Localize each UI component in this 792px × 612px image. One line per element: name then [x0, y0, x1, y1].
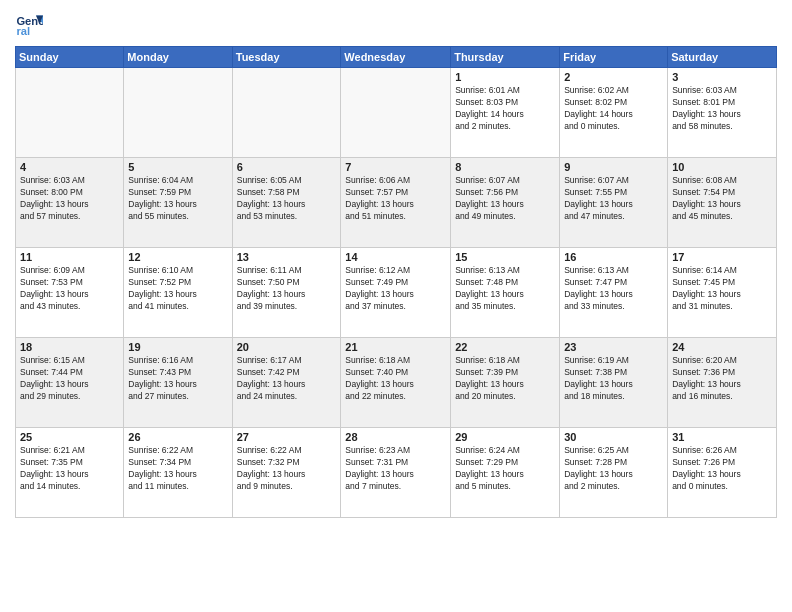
col-tuesday: Tuesday [232, 47, 341, 68]
logo-icon: Gene ral [15, 10, 43, 38]
day-number: 20 [237, 341, 337, 353]
calendar-cell: 25Sunrise: 6:21 AM Sunset: 7:35 PM Dayli… [16, 428, 124, 518]
day-info: Sunrise: 6:26 AM Sunset: 7:26 PM Dayligh… [672, 445, 772, 493]
day-number: 1 [455, 71, 555, 83]
day-info: Sunrise: 6:09 AM Sunset: 7:53 PM Dayligh… [20, 265, 119, 313]
calendar-cell: 1Sunrise: 6:01 AM Sunset: 8:03 PM Daylig… [451, 68, 560, 158]
day-number: 11 [20, 251, 119, 263]
calendar-cell: 19Sunrise: 6:16 AM Sunset: 7:43 PM Dayli… [124, 338, 232, 428]
calendar-row-4: 18Sunrise: 6:15 AM Sunset: 7:44 PM Dayli… [16, 338, 777, 428]
col-monday: Monday [124, 47, 232, 68]
calendar-cell: 30Sunrise: 6:25 AM Sunset: 7:28 PM Dayli… [560, 428, 668, 518]
day-info: Sunrise: 6:22 AM Sunset: 7:34 PM Dayligh… [128, 445, 227, 493]
day-number: 30 [564, 431, 663, 443]
calendar-cell: 10Sunrise: 6:08 AM Sunset: 7:54 PM Dayli… [668, 158, 777, 248]
day-number: 13 [237, 251, 337, 263]
calendar-row-1: 1Sunrise: 6:01 AM Sunset: 8:03 PM Daylig… [16, 68, 777, 158]
day-info: Sunrise: 6:21 AM Sunset: 7:35 PM Dayligh… [20, 445, 119, 493]
calendar-cell: 13Sunrise: 6:11 AM Sunset: 7:50 PM Dayli… [232, 248, 341, 338]
weekday-header-row: Sunday Monday Tuesday Wednesday Thursday… [16, 47, 777, 68]
day-info: Sunrise: 6:06 AM Sunset: 7:57 PM Dayligh… [345, 175, 446, 223]
day-info: Sunrise: 6:13 AM Sunset: 7:48 PM Dayligh… [455, 265, 555, 313]
calendar-cell: 23Sunrise: 6:19 AM Sunset: 7:38 PM Dayli… [560, 338, 668, 428]
day-number: 6 [237, 161, 337, 173]
calendar-cell: 6Sunrise: 6:05 AM Sunset: 7:58 PM Daylig… [232, 158, 341, 248]
day-info: Sunrise: 6:03 AM Sunset: 8:01 PM Dayligh… [672, 85, 772, 133]
logo: Gene ral [15, 10, 45, 38]
day-number: 22 [455, 341, 555, 353]
calendar-cell: 11Sunrise: 6:09 AM Sunset: 7:53 PM Dayli… [16, 248, 124, 338]
day-number: 31 [672, 431, 772, 443]
calendar-cell: 27Sunrise: 6:22 AM Sunset: 7:32 PM Dayli… [232, 428, 341, 518]
day-info: Sunrise: 6:03 AM Sunset: 8:00 PM Dayligh… [20, 175, 119, 223]
day-number: 27 [237, 431, 337, 443]
calendar-cell: 9Sunrise: 6:07 AM Sunset: 7:55 PM Daylig… [560, 158, 668, 248]
day-number: 23 [564, 341, 663, 353]
day-info: Sunrise: 6:18 AM Sunset: 7:40 PM Dayligh… [345, 355, 446, 403]
day-info: Sunrise: 6:14 AM Sunset: 7:45 PM Dayligh… [672, 265, 772, 313]
calendar-cell [341, 68, 451, 158]
calendar-cell [124, 68, 232, 158]
calendar-cell: 31Sunrise: 6:26 AM Sunset: 7:26 PM Dayli… [668, 428, 777, 518]
calendar-row-3: 11Sunrise: 6:09 AM Sunset: 7:53 PM Dayli… [16, 248, 777, 338]
calendar-cell: 22Sunrise: 6:18 AM Sunset: 7:39 PM Dayli… [451, 338, 560, 428]
day-info: Sunrise: 6:04 AM Sunset: 7:59 PM Dayligh… [128, 175, 227, 223]
day-number: 26 [128, 431, 227, 443]
day-info: Sunrise: 6:16 AM Sunset: 7:43 PM Dayligh… [128, 355, 227, 403]
day-number: 7 [345, 161, 446, 173]
col-sunday: Sunday [16, 47, 124, 68]
day-number: 2 [564, 71, 663, 83]
col-friday: Friday [560, 47, 668, 68]
calendar-cell: 4Sunrise: 6:03 AM Sunset: 8:00 PM Daylig… [16, 158, 124, 248]
calendar-cell: 17Sunrise: 6:14 AM Sunset: 7:45 PM Dayli… [668, 248, 777, 338]
calendar-cell: 16Sunrise: 6:13 AM Sunset: 7:47 PM Dayli… [560, 248, 668, 338]
day-number: 8 [455, 161, 555, 173]
day-info: Sunrise: 6:05 AM Sunset: 7:58 PM Dayligh… [237, 175, 337, 223]
day-number: 4 [20, 161, 119, 173]
day-info: Sunrise: 6:15 AM Sunset: 7:44 PM Dayligh… [20, 355, 119, 403]
calendar-row-5: 25Sunrise: 6:21 AM Sunset: 7:35 PM Dayli… [16, 428, 777, 518]
day-number: 17 [672, 251, 772, 263]
day-number: 21 [345, 341, 446, 353]
day-number: 25 [20, 431, 119, 443]
calendar-cell [232, 68, 341, 158]
day-number: 18 [20, 341, 119, 353]
day-info: Sunrise: 6:07 AM Sunset: 7:56 PM Dayligh… [455, 175, 555, 223]
day-number: 10 [672, 161, 772, 173]
calendar-cell: 12Sunrise: 6:10 AM Sunset: 7:52 PM Dayli… [124, 248, 232, 338]
day-info: Sunrise: 6:20 AM Sunset: 7:36 PM Dayligh… [672, 355, 772, 403]
calendar-cell: 8Sunrise: 6:07 AM Sunset: 7:56 PM Daylig… [451, 158, 560, 248]
calendar-cell: 14Sunrise: 6:12 AM Sunset: 7:49 PM Dayli… [341, 248, 451, 338]
day-info: Sunrise: 6:24 AM Sunset: 7:29 PM Dayligh… [455, 445, 555, 493]
day-number: 9 [564, 161, 663, 173]
day-info: Sunrise: 6:17 AM Sunset: 7:42 PM Dayligh… [237, 355, 337, 403]
day-number: 28 [345, 431, 446, 443]
calendar: Sunday Monday Tuesday Wednesday Thursday… [15, 46, 777, 518]
col-wednesday: Wednesday [341, 47, 451, 68]
calendar-cell: 5Sunrise: 6:04 AM Sunset: 7:59 PM Daylig… [124, 158, 232, 248]
day-info: Sunrise: 6:01 AM Sunset: 8:03 PM Dayligh… [455, 85, 555, 133]
calendar-cell: 26Sunrise: 6:22 AM Sunset: 7:34 PM Dayli… [124, 428, 232, 518]
day-info: Sunrise: 6:11 AM Sunset: 7:50 PM Dayligh… [237, 265, 337, 313]
day-number: 24 [672, 341, 772, 353]
calendar-row-2: 4Sunrise: 6:03 AM Sunset: 8:00 PM Daylig… [16, 158, 777, 248]
day-info: Sunrise: 6:02 AM Sunset: 8:02 PM Dayligh… [564, 85, 663, 133]
day-number: 14 [345, 251, 446, 263]
calendar-cell: 3Sunrise: 6:03 AM Sunset: 8:01 PM Daylig… [668, 68, 777, 158]
day-info: Sunrise: 6:13 AM Sunset: 7:47 PM Dayligh… [564, 265, 663, 313]
header: Gene ral [15, 10, 777, 38]
day-info: Sunrise: 6:22 AM Sunset: 7:32 PM Dayligh… [237, 445, 337, 493]
day-info: Sunrise: 6:18 AM Sunset: 7:39 PM Dayligh… [455, 355, 555, 403]
day-number: 19 [128, 341, 227, 353]
calendar-cell: 28Sunrise: 6:23 AM Sunset: 7:31 PM Dayli… [341, 428, 451, 518]
svg-text:ral: ral [16, 25, 30, 37]
calendar-cell: 2Sunrise: 6:02 AM Sunset: 8:02 PM Daylig… [560, 68, 668, 158]
col-thursday: Thursday [451, 47, 560, 68]
day-number: 3 [672, 71, 772, 83]
day-info: Sunrise: 6:25 AM Sunset: 7:28 PM Dayligh… [564, 445, 663, 493]
day-number: 29 [455, 431, 555, 443]
calendar-cell: 18Sunrise: 6:15 AM Sunset: 7:44 PM Dayli… [16, 338, 124, 428]
day-info: Sunrise: 6:23 AM Sunset: 7:31 PM Dayligh… [345, 445, 446, 493]
day-number: 15 [455, 251, 555, 263]
col-saturday: Saturday [668, 47, 777, 68]
